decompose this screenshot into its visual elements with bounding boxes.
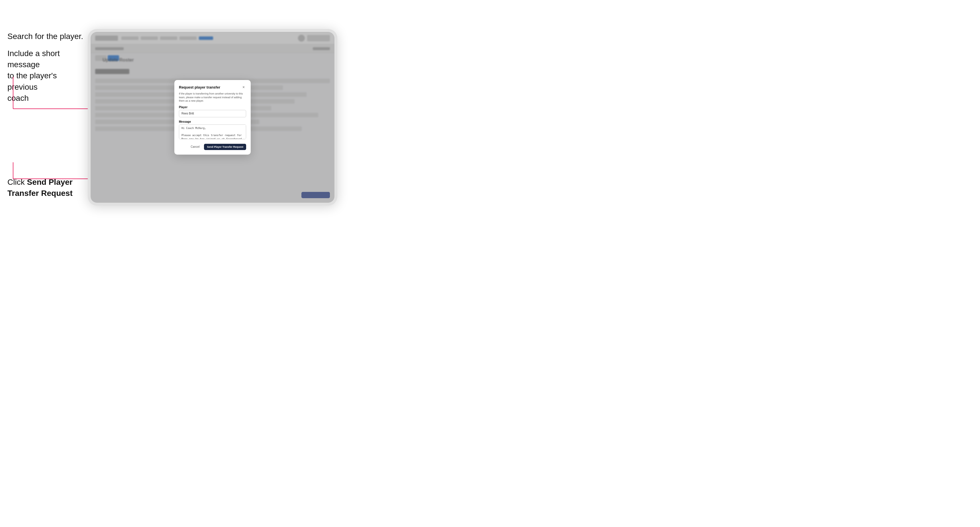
modal-title: Request player transfer — [179, 85, 220, 89]
player-search-input[interactable] — [179, 110, 246, 117]
player-field-label: Player — [179, 106, 246, 109]
modal-description: If the player is transferring from anoth… — [179, 92, 246, 103]
cancel-button[interactable]: Cancel — [188, 144, 202, 149]
modal-dialog: Request player transfer × If the player … — [174, 80, 251, 155]
annotation-click: Click Send PlayerTransfer Request — [7, 176, 84, 199]
modal-actions: Cancel Send Player Transfer Request — [179, 144, 246, 150]
modal-overlay: Request player transfer × If the player … — [91, 32, 334, 203]
annotation-message: Include a short messageto the player's p… — [7, 48, 84, 104]
annotation-area: Search for the player. Include a short m… — [0, 0, 86, 527]
tablet-screen: Update Roster Request player transfer × … — [91, 32, 334, 203]
annotation-search: Search for the player. — [7, 31, 83, 42]
modal-header: Request player transfer × — [179, 84, 246, 90]
tablet-device: Update Roster Request player transfer × … — [88, 29, 337, 206]
annotation-click-bold: Send PlayerTransfer Request — [7, 178, 73, 198]
message-field-label: Message — [179, 120, 246, 123]
message-textarea[interactable]: Hi Coach McHarg, Please accept this tran… — [179, 124, 246, 139]
modal-close-button[interactable]: × — [241, 84, 246, 90]
send-transfer-button[interactable]: Send Player Transfer Request — [204, 144, 246, 150]
